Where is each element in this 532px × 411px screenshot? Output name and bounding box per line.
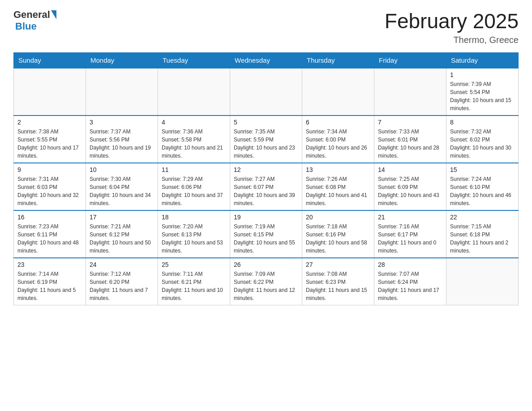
day-number: 28 xyxy=(378,261,442,268)
calendar-cell: 14Sunrise: 7:25 AMSunset: 6:09 PMDayligh… xyxy=(374,163,446,210)
calendar-cell: 9Sunrise: 7:31 AMSunset: 6:03 PMDaylight… xyxy=(14,163,86,210)
day-number: 2 xyxy=(17,119,82,126)
day-info: Sunrise: 7:07 AMSunset: 6:24 PMDaylight:… xyxy=(378,270,442,302)
day-number: 9 xyxy=(17,166,82,173)
calendar-cell: 8Sunrise: 7:32 AMSunset: 6:02 PMDaylight… xyxy=(446,116,519,163)
day-number: 19 xyxy=(234,214,298,221)
calendar-cell: 3Sunrise: 7:37 AMSunset: 5:56 PMDaylight… xyxy=(86,116,158,163)
calendar-header-wednesday: Wednesday xyxy=(230,53,302,68)
calendar-cell: 23Sunrise: 7:14 AMSunset: 6:19 PMDayligh… xyxy=(14,258,86,305)
day-number: 22 xyxy=(450,214,515,221)
calendar-cell: 16Sunrise: 7:23 AMSunset: 6:11 PMDayligh… xyxy=(14,210,86,258)
calendar-cell: 6Sunrise: 7:34 AMSunset: 6:00 PMDaylight… xyxy=(302,116,374,163)
calendar-cell: 19Sunrise: 7:19 AMSunset: 6:15 PMDayligh… xyxy=(230,210,302,258)
calendar-cell: 5Sunrise: 7:35 AMSunset: 5:59 PMDaylight… xyxy=(230,116,302,163)
day-number: 14 xyxy=(378,166,442,173)
calendar-cell xyxy=(158,68,230,116)
day-info: Sunrise: 7:38 AMSunset: 5:55 PMDaylight:… xyxy=(17,128,82,160)
day-number: 15 xyxy=(450,166,515,173)
day-number: 26 xyxy=(234,261,298,268)
calendar-cell: 22Sunrise: 7:15 AMSunset: 6:18 PMDayligh… xyxy=(446,210,519,258)
day-info: Sunrise: 7:29 AMSunset: 6:06 PMDaylight:… xyxy=(162,175,226,207)
day-info: Sunrise: 7:23 AMSunset: 6:11 PMDaylight:… xyxy=(17,223,82,255)
calendar-header-sunday: Sunday xyxy=(14,53,86,68)
day-info: Sunrise: 7:08 AMSunset: 6:23 PMDaylight:… xyxy=(306,270,370,302)
day-info: Sunrise: 7:24 AMSunset: 6:10 PMDaylight:… xyxy=(450,175,515,207)
day-info: Sunrise: 7:33 AMSunset: 6:01 PMDaylight:… xyxy=(378,128,442,160)
day-number: 18 xyxy=(162,214,226,221)
day-number: 13 xyxy=(306,166,370,173)
day-info: Sunrise: 7:26 AMSunset: 6:08 PMDaylight:… xyxy=(306,175,370,207)
calendar-cell: 13Sunrise: 7:26 AMSunset: 6:08 PMDayligh… xyxy=(302,163,374,210)
calendar-cell: 15Sunrise: 7:24 AMSunset: 6:10 PMDayligh… xyxy=(446,163,519,210)
day-number: 16 xyxy=(17,214,82,221)
day-info: Sunrise: 7:32 AMSunset: 6:02 PMDaylight:… xyxy=(450,128,515,160)
calendar-cell: 1Sunrise: 7:39 AMSunset: 5:54 PMDaylight… xyxy=(446,68,519,116)
day-info: Sunrise: 7:21 AMSunset: 6:12 PMDaylight:… xyxy=(90,223,154,255)
day-number: 12 xyxy=(234,166,298,173)
day-info: Sunrise: 7:09 AMSunset: 6:22 PMDaylight:… xyxy=(234,270,298,302)
calendar-header-saturday: Saturday xyxy=(446,53,519,68)
day-info: Sunrise: 7:16 AMSunset: 6:17 PMDaylight:… xyxy=(378,223,442,255)
day-number: 1 xyxy=(450,71,515,78)
calendar-week-row: 16Sunrise: 7:23 AMSunset: 6:11 PMDayligh… xyxy=(14,210,519,258)
logo-blue-text: Blue xyxy=(15,21,37,32)
calendar-cell xyxy=(446,258,519,305)
calendar-cell xyxy=(14,68,86,116)
calendar-cell xyxy=(86,68,158,116)
calendar-cell: 10Sunrise: 7:30 AMSunset: 6:04 PMDayligh… xyxy=(86,163,158,210)
calendar-cell: 24Sunrise: 7:12 AMSunset: 6:20 PMDayligh… xyxy=(86,258,158,305)
logo-triangle-icon xyxy=(51,10,56,19)
calendar-cell: 28Sunrise: 7:07 AMSunset: 6:24 PMDayligh… xyxy=(374,258,446,305)
day-number: 3 xyxy=(90,119,154,126)
day-number: 25 xyxy=(162,261,226,268)
day-number: 5 xyxy=(234,119,298,126)
day-info: Sunrise: 7:37 AMSunset: 5:56 PMDaylight:… xyxy=(90,128,154,160)
day-info: Sunrise: 7:36 AMSunset: 5:58 PMDaylight:… xyxy=(162,128,226,160)
calendar-header-thursday: Thursday xyxy=(302,53,374,68)
day-number: 7 xyxy=(378,119,442,126)
day-info: Sunrise: 7:15 AMSunset: 6:18 PMDaylight:… xyxy=(450,223,515,255)
calendar-cell: 26Sunrise: 7:09 AMSunset: 6:22 PMDayligh… xyxy=(230,258,302,305)
calendar-week-row: 2Sunrise: 7:38 AMSunset: 5:55 PMDaylight… xyxy=(14,116,519,163)
calendar-cell: 17Sunrise: 7:21 AMSunset: 6:12 PMDayligh… xyxy=(86,210,158,258)
day-info: Sunrise: 7:11 AMSunset: 6:21 PMDaylight:… xyxy=(162,270,226,302)
calendar-cell: 21Sunrise: 7:16 AMSunset: 6:17 PMDayligh… xyxy=(374,210,446,258)
day-number: 11 xyxy=(162,166,226,173)
logo: General Blue xyxy=(13,9,56,32)
calendar-cell xyxy=(302,68,374,116)
day-info: Sunrise: 7:39 AMSunset: 5:54 PMDaylight:… xyxy=(450,80,515,112)
day-number: 21 xyxy=(378,214,442,221)
calendar-cell: 4Sunrise: 7:36 AMSunset: 5:58 PMDaylight… xyxy=(158,116,230,163)
calendar-cell xyxy=(374,68,446,116)
calendar-week-row: 1Sunrise: 7:39 AMSunset: 5:54 PMDaylight… xyxy=(14,68,519,116)
day-number: 27 xyxy=(306,261,370,268)
day-number: 17 xyxy=(90,214,154,221)
calendar-week-row: 23Sunrise: 7:14 AMSunset: 6:19 PMDayligh… xyxy=(14,258,519,305)
day-number: 20 xyxy=(306,214,370,221)
logo-general-text: General xyxy=(13,9,50,21)
day-info: Sunrise: 7:25 AMSunset: 6:09 PMDaylight:… xyxy=(378,175,442,207)
day-info: Sunrise: 7:12 AMSunset: 6:20 PMDaylight:… xyxy=(90,270,154,302)
day-info: Sunrise: 7:18 AMSunset: 6:16 PMDaylight:… xyxy=(306,223,370,255)
day-number: 10 xyxy=(90,166,154,173)
calendar-header-row: SundayMondayTuesdayWednesdayThursdayFrid… xyxy=(14,53,519,68)
calendar-cell: 27Sunrise: 7:08 AMSunset: 6:23 PMDayligh… xyxy=(302,258,374,305)
day-info: Sunrise: 7:14 AMSunset: 6:19 PMDaylight:… xyxy=(17,270,82,302)
day-info: Sunrise: 7:30 AMSunset: 6:04 PMDaylight:… xyxy=(90,175,154,207)
calendar-cell: 18Sunrise: 7:20 AMSunset: 6:13 PMDayligh… xyxy=(158,210,230,258)
day-number: 23 xyxy=(17,261,82,268)
title-section: February 2025 Thermo, Greece xyxy=(385,9,519,45)
day-number: 8 xyxy=(450,119,515,126)
page-header: General Blue February 2025 Thermo, Greec… xyxy=(13,9,519,45)
calendar-week-row: 9Sunrise: 7:31 AMSunset: 6:03 PMDaylight… xyxy=(14,163,519,210)
day-number: 6 xyxy=(306,119,370,126)
day-number: 4 xyxy=(162,119,226,126)
calendar-cell: 7Sunrise: 7:33 AMSunset: 6:01 PMDaylight… xyxy=(374,116,446,163)
day-info: Sunrise: 7:19 AMSunset: 6:15 PMDaylight:… xyxy=(234,223,298,255)
day-info: Sunrise: 7:27 AMSunset: 6:07 PMDaylight:… xyxy=(234,175,298,207)
calendar-header-monday: Monday xyxy=(86,53,158,68)
day-number: 24 xyxy=(90,261,154,268)
calendar-cell: 2Sunrise: 7:38 AMSunset: 5:55 PMDaylight… xyxy=(14,116,86,163)
calendar-table: SundayMondayTuesdayWednesdayThursdayFrid… xyxy=(13,52,519,305)
